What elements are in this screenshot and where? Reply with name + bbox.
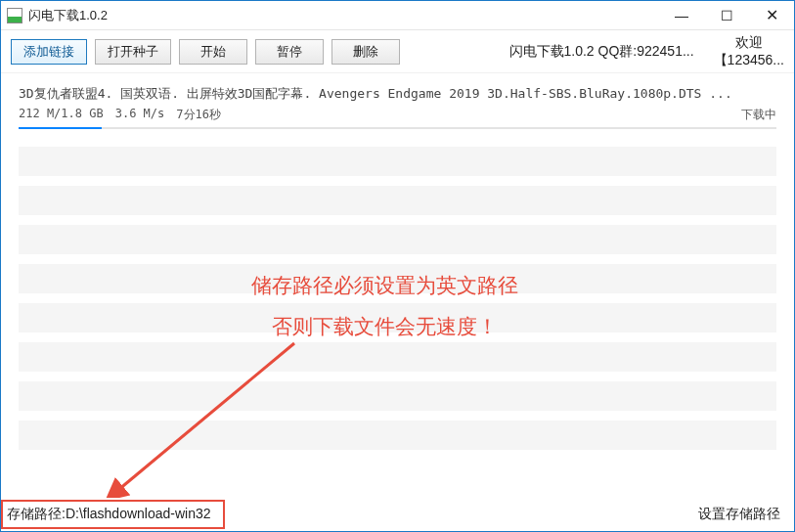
- storage-path-label: 存储路径:: [7, 506, 66, 521]
- close-button[interactable]: ✕: [749, 1, 794, 29]
- delete-button[interactable]: 删除: [331, 39, 400, 65]
- add-link-button[interactable]: 添加链接: [11, 39, 87, 65]
- download-status: 下载中: [741, 107, 776, 123]
- open-seed-button[interactable]: 打开种子: [95, 39, 171, 65]
- window-controls: — ☐ ✕: [659, 1, 794, 29]
- download-list: 3D复仇者联盟4. 国英双语. 出屏特效3D国配字幕. Avengers End…: [1, 73, 794, 478]
- welcome-line1: 欢迎: [714, 34, 784, 52]
- download-progress: [19, 127, 776, 129]
- toolbar: 添加链接 打开种子 开始 暂停 删除 闪电下载1.0.2 QQ群:922451.…: [1, 30, 794, 73]
- list-item: [19, 303, 776, 332]
- download-speed: 3.6 M/s: [115, 107, 165, 123]
- storage-path-box: 存储路径:D:\flashdownload-win32: [1, 500, 225, 529]
- download-size: 212 M/1.8 GB: [19, 107, 104, 123]
- welcome-line2: 【123456...: [714, 52, 784, 69]
- welcome-block: 欢迎 【123456...: [714, 34, 784, 68]
- list-item: [19, 264, 776, 293]
- title-bar: 闪电下载1.0.2 — ☐ ✕: [1, 1, 794, 30]
- maximize-button[interactable]: ☐: [704, 1, 749, 29]
- download-filename: 3D复仇者联盟4. 国英双语. 出屏特效3D国配字幕. Avengers End…: [19, 85, 776, 103]
- list-item: [19, 225, 776, 254]
- status-bar: 存储路径:D:\flashdownload-win32 设置存储路径: [1, 498, 794, 531]
- set-storage-path-link[interactable]: 设置存储路径: [698, 506, 780, 523]
- download-row[interactable]: 3D复仇者联盟4. 国英双语. 出屏特效3D国配字幕. Avengers End…: [19, 81, 776, 133]
- minimize-button[interactable]: —: [659, 1, 704, 29]
- window-title: 闪电下载1.0.2: [28, 7, 108, 24]
- app-info-label: 闪电下载1.0.2 QQ群:922451...: [509, 43, 694, 61]
- list-item: [19, 342, 776, 372]
- list-item: [19, 421, 776, 450]
- list-item: [19, 147, 776, 176]
- list-item: [19, 381, 776, 411]
- list-item: [19, 186, 776, 215]
- download-progress-bar: [19, 127, 102, 129]
- start-button[interactable]: 开始: [179, 39, 247, 65]
- download-subinfo: 212 M/1.8 GB 3.6 M/s 7分16秒 下载中: [19, 107, 776, 123]
- pause-button[interactable]: 暂停: [255, 39, 324, 65]
- app-icon: [7, 8, 22, 23]
- download-remaining: 7分16秒: [176, 107, 221, 123]
- storage-path-value: D:\flashdownload-win32: [66, 506, 211, 521]
